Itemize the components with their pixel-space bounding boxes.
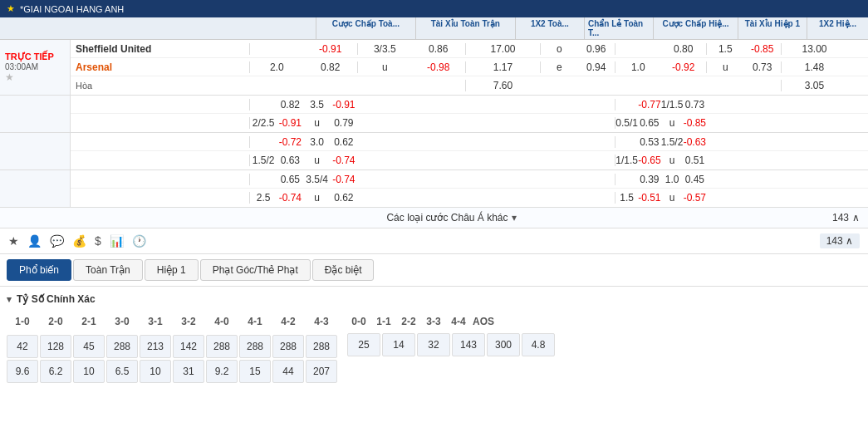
e2-chb-4[interactable]: 0.51 [684,155,706,166]
e2-ct-t2[interactable]: -0.72 [277,136,303,148]
fav-star-icon[interactable]: ★ [5,71,14,83]
tai-xiu-hiep-away-val[interactable]: 0.73 [744,61,782,73]
draw-team-cell: Hòa [71,81,249,91]
1x2-hiep-home-val[interactable]: 13.00 [782,43,847,55]
e2-ct-t4[interactable]: 0.62 [331,136,357,148]
score-val-4-2-r2[interactable]: 44 [272,360,304,383]
e3-chb-4[interactable]: -0.57 [684,192,706,204]
score-val-2-1-r2[interactable]: 10 [73,360,105,383]
e1-chb-4[interactable]: -0.85 [684,117,706,129]
star-toolbar-icon[interactable]: ★ [8,234,19,248]
tai-xiu-toan-away-val[interactable]: -0.98 [412,61,466,73]
score-val-1-0-r2[interactable]: 9.6 [7,360,38,383]
e2-ch-t2[interactable]: 0.53 [638,136,660,148]
draw-val-2-2[interactable]: 32 [417,333,450,356]
tab-phat-goc[interactable]: Phạt Góc/Thẻ Phạt [200,259,311,281]
tai-xiu-toan-home: 3/3.5 0.86 [357,43,465,55]
e1-cb-4[interactable]: 0.79 [331,117,357,129]
e2-ch-t4[interactable]: -0.63 [684,136,706,148]
score-val-4-1-r2[interactable]: 15 [239,360,271,383]
score-val-2-0-r2[interactable]: 6.2 [40,360,71,383]
chap-hiep-away-val2[interactable]: -0.92 [661,61,707,73]
e3-ch-t2[interactable]: 0.39 [638,174,660,185]
clock-toolbar-icon[interactable]: 🕐 [132,234,146,248]
expand-icon[interactable]: ∧ [852,212,860,224]
col-header-tai-xiu-toan: Tài Xỉu Toàn Trận [415,17,515,39]
chap-toan-away-val2[interactable]: 0.82 [304,61,358,73]
1x2-away-val[interactable]: 1.17 [466,61,540,73]
e2-chb-1: 1/1.5 [615,155,638,166]
chap-hiep-home-val[interactable]: 0.80 [661,43,707,55]
score-val-4-3-r2[interactable]: 207 [306,360,337,383]
header-star-icon[interactable]: ★ [7,3,15,14]
e2-cb-2[interactable]: 0.63 [277,155,303,166]
chan-le-away-type: e [541,61,578,73]
draw-val-0-0[interactable]: 25 [347,333,380,356]
e1-ch-t4[interactable]: 0.73 [684,99,706,111]
1x2-hiep-draw-val[interactable]: 3.05 [782,80,847,91]
1x2-toan-home[interactable]: 17.00 [465,43,540,55]
score-val-3-2-r1[interactable]: 142 [173,335,204,358]
tab-toan-tran[interactable]: Toàn Trận [73,259,143,281]
tai-xiu-hiep-home-val[interactable]: -0.85 [744,43,782,55]
score-val-4-3-r1[interactable]: 288 [306,335,337,358]
home-team-name: Sheffield United [76,43,151,55]
e2-chb-2[interactable]: -0.65 [638,155,660,166]
e1-chb-2[interactable]: 0.65 [638,117,660,129]
e2-cb-4[interactable]: -0.74 [331,155,357,166]
score-val-1-0-r1[interactable]: 42 [7,335,38,358]
chart-toolbar-icon[interactable]: 📊 [110,234,124,248]
chap-toan-home-handicap [250,43,304,55]
score-val-4-0-r2[interactable]: 9.2 [206,360,238,383]
score-val-4-0-r1[interactable]: 288 [206,335,238,358]
tai-xiu-toan-home-val[interactable]: 0.86 [412,43,466,55]
draw-val-1-1[interactable]: 14 [382,333,415,356]
money-toolbar-icon[interactable]: 💰 [72,234,86,248]
chat-toolbar-icon[interactable]: 💬 [50,234,64,248]
score-val-3-1-r1[interactable]: 213 [140,335,171,358]
e1-ct-t2[interactable]: 0.82 [277,99,303,111]
chan-le-home-val[interactable]: 0.96 [578,43,615,55]
score-val-3-0-r1[interactable]: 288 [106,335,138,358]
score-val-2-0-r1[interactable]: 128 [40,335,71,358]
e1-ch-t2[interactable]: -0.77 [638,99,660,111]
more-bets-center[interactable]: Các loại cước Châu Á khác ▾ [71,208,832,228]
chap-toan-away-val1[interactable]: 2.0 [250,61,304,73]
icon-count-val: 143 [826,235,843,247]
chap-hiep-away-val1[interactable]: 1.0 [615,61,661,73]
section-chevron-icon[interactable]: ▾ [7,294,12,305]
tab-dac-biet[interactable]: Đặc biệt [312,259,375,281]
dollar-toolbar-icon[interactable]: $ [95,234,101,248]
draw-val-3-3[interactable]: 143 [452,333,485,356]
tab-hiep-1[interactable]: Hiệp 1 [145,259,199,281]
tab-pho-bien[interactable]: Phổ biến [7,259,71,281]
score-val-3-0-r2[interactable]: 6.5 [106,360,138,383]
e3-ch-t4[interactable]: 0.45 [684,174,706,185]
extra-row-2-left [0,133,71,169]
e1-ct-t4[interactable]: -0.91 [331,99,357,111]
e3-ct-t4[interactable]: -0.74 [331,174,357,185]
e1-cb-2[interactable]: -0.91 [277,117,303,129]
1x2-hiep-away-val[interactable]: 1.48 [782,61,847,73]
extra-row-2-top: -0.72 3.0 0.62 0.53 1.5/2 -0.63 [71,133,868,151]
1x2-draw-val[interactable]: 7.60 [466,80,540,91]
league-header: ★ *GIAI NGOAI HANG ANH [0,0,868,17]
e3-ct-t2[interactable]: 0.65 [277,174,303,185]
score-val-3-2-r2[interactable]: 31 [173,360,204,383]
home-team-cell: Sheffield United [71,43,249,55]
score-val-4-1-r1[interactable]: 288 [239,335,271,358]
chap-toan-home[interactable]: -0.91 [249,43,357,55]
draw-val-4-4[interactable]: 300 [487,333,520,356]
score-val-3-1-r2[interactable]: 10 [140,360,171,383]
chap-toan-home-odd[interactable]: -0.91 [304,43,358,55]
e3-chb-2[interactable]: -0.51 [638,192,660,204]
e3-cb-4[interactable]: 0.62 [331,192,357,204]
user-toolbar-icon[interactable]: 👤 [27,234,42,248]
score-val-2-1-r1[interactable]: 45 [73,335,105,358]
e3-cb-2[interactable]: -0.74 [277,192,303,204]
draw-label-1-1: 1-1 [372,310,395,333]
draw-label-4-4: 4-4 [447,310,470,333]
draw-val-aos[interactable]: 4.8 [522,333,555,356]
chan-le-away-val[interactable]: 0.94 [578,61,615,73]
score-val-4-2-r1[interactable]: 288 [272,335,304,358]
